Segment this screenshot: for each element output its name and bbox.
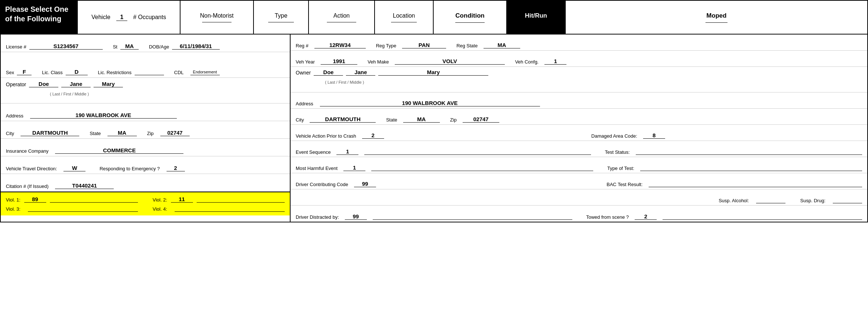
select-one-header: Please Select One of the Following (1, 1, 78, 34)
owner-middle: Mary (378, 69, 488, 76)
city-label: City (6, 131, 14, 136)
st-value: MA (120, 43, 139, 50)
violations-section: Viol. 1: 89 Viol. 2: 11 Viol. 3: Viol. 4… (1, 192, 290, 215)
veh-confg-label: Veh Confg. (515, 59, 539, 65)
license-label: License # (6, 44, 26, 50)
veh-year-label: Veh Year (296, 59, 315, 65)
condition-label: Condition (455, 12, 484, 19)
action-label: Action (333, 12, 350, 19)
reg-type-value: PAN (402, 42, 446, 48)
towed-value: 2 (635, 213, 657, 220)
most-harmful-label: Most Harmful Event (296, 166, 338, 171)
viol2-value: 11 (171, 196, 193, 203)
owner-address-label: Address (296, 101, 313, 106)
vehicle-header: Vehicle 1 # Occupants (78, 1, 180, 34)
distracted-row: Driver Distracted by: 99 Towed from scen… (291, 206, 867, 222)
bac-label: BAC Test Result: (607, 182, 643, 187)
state-value: MA (107, 130, 137, 136)
right-panel: Reg # 12RW34 Reg Type PAN Reg State MA V… (291, 35, 867, 222)
lic-restrictions-label: Lic. Restrictions (98, 70, 132, 75)
operator-last: Doe (29, 81, 58, 87)
location-label: Location (393, 12, 415, 19)
viol3-label: Viol. 3: (6, 206, 21, 212)
cdl-label: CDL (174, 70, 184, 75)
address-value: 190 WALBROOK AVE (30, 112, 177, 119)
operator-first: Jane (61, 81, 91, 87)
veh-year-value: 1991 (321, 58, 357, 65)
address-label: Address (6, 113, 23, 119)
event-row: Event Sequence 1 Test Status: (291, 141, 867, 157)
susp-drug-label: Susp. Drug: (800, 198, 825, 203)
moped-header: Moped (566, 1, 867, 34)
body-row: License # S1234567 St MA DOB/Age 6/11/19… (1, 35, 867, 222)
event-value: 1 (336, 148, 358, 155)
viol4-label: Viol. 4: (153, 206, 167, 212)
left-panel: License # S1234567 St MA DOB/Age 6/11/19… (1, 35, 291, 222)
most-harmful-value: 1 (343, 164, 365, 171)
vehicle-label: Vehicle (91, 14, 110, 21)
sex-label: Sex (6, 70, 14, 75)
owner-last: Doe (314, 69, 343, 76)
owner-state-value: MA (403, 116, 440, 123)
owner-city-value: DARTMOUTH (310, 116, 376, 123)
citation-row: Citation # (If Issued) T0440241 (1, 174, 290, 192)
veh-confg-value: 1 (544, 58, 566, 65)
type-label: Type (275, 12, 288, 19)
driver-contrib-label: Driver Contributing Code (296, 182, 348, 187)
viol1-value: 89 (24, 196, 46, 203)
zip-value: 02747 (160, 130, 190, 136)
license-value: S1234567 (29, 43, 103, 50)
reg-label: Reg # (296, 43, 309, 48)
endorsement-label: Endorsement (193, 70, 217, 74)
moped-label: Moped (707, 12, 727, 19)
vap-label: Vehicle Action Prior to Crash (296, 133, 356, 139)
dac-value: 8 (643, 132, 665, 139)
type-header: Type (254, 1, 309, 34)
sex-row: Sex F Lic. Class D Lic. Restrictions CDL… (1, 52, 290, 78)
responding-label: Responding to Emergency ? (99, 166, 160, 171)
dob-value: 6/11/1984/31 (172, 43, 220, 50)
driver-distracted-value: 99 (345, 213, 367, 220)
select-one-label: Please Select One of the Following (5, 4, 73, 23)
cdl-value (190, 75, 220, 75)
driver-contrib-value: 99 (354, 181, 376, 187)
veh-row: Veh Year 1991 Veh Make VOLV Veh Confg. 1 (291, 51, 867, 67)
owner-state-label: State (386, 117, 397, 123)
viol2-label: Viol. 2: (153, 197, 167, 203)
location-header: Location (375, 1, 434, 34)
travel-direction-label: Vehicle Travel Direction: (6, 166, 57, 171)
reg-row: Reg # 12RW34 Reg Type PAN Reg State MA (291, 35, 867, 51)
city-value: DARTMOUTH (21, 130, 79, 136)
hitrun-header: Hit/Run (507, 1, 566, 34)
operator-row: Operator Doe Jane Mary ( Last / First / … (1, 78, 290, 104)
vap-row: Vehicle Action Prior to Crash 2 Damaged … (291, 125, 867, 141)
st-label: St (113, 44, 117, 50)
reg-state-value: MA (484, 42, 520, 48)
address-row: Address 190 WALBROOK AVE (1, 104, 290, 121)
type-of-test-label: Type of Test: (607, 166, 634, 171)
viol-row-1: Viol. 1: 89 Viol. 2: 11 (6, 196, 285, 203)
lic-class-label: Lic. Class (42, 70, 62, 75)
viol-row-2: Viol. 3: Viol. 4: (6, 206, 285, 212)
towed-label: Towed from scene ? (586, 214, 629, 220)
owner-city-label: City (296, 117, 304, 123)
dob-label: DOB/Age (149, 44, 169, 50)
travel-row: Vehicle Travel Direction: W Responding t… (1, 156, 290, 174)
insurance-row: Insurance Company COMMERCE (1, 139, 290, 156)
insurance-label: Insurance Company (6, 148, 48, 154)
action-header: Action (309, 1, 375, 34)
operator-middle: Mary (94, 81, 123, 87)
test-status-label: Test Status: (605, 149, 630, 155)
state-label: State (90, 131, 101, 136)
non-motorist-label: Non-Motorist (200, 12, 234, 19)
license-row: License # S1234567 St MA DOB/Age 6/11/19… (1, 35, 290, 52)
owner-label: Owner (296, 70, 311, 76)
insurance-value: COMMERCE (55, 147, 183, 154)
operator-label: Operator (6, 81, 26, 87)
operator-name-format: ( Last / First / Middle ) (50, 92, 89, 96)
zip-label: Zip (147, 131, 154, 136)
lic-restrictions-value (135, 75, 164, 75)
veh-make-value: VOLV (395, 58, 505, 65)
viol1-label: Viol. 1: (6, 197, 21, 203)
header-row: Please Select One of the Following Vehic… (1, 1, 867, 35)
